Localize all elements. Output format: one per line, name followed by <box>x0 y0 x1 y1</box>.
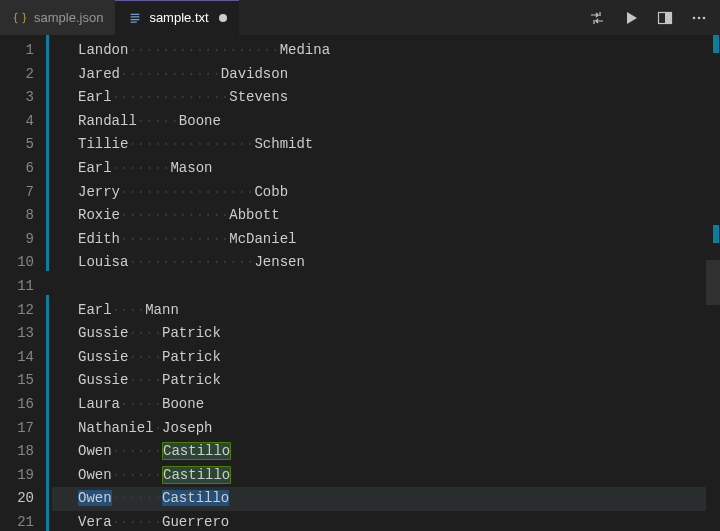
line-number: 7 <box>0 181 52 205</box>
line-number: 13 <box>0 322 52 346</box>
code-line[interactable]: Gussie····Patrick <box>78 322 720 346</box>
line-number: 8 <box>0 204 52 228</box>
run-icon[interactable] <box>622 9 640 27</box>
svg-point-2 <box>693 16 696 19</box>
code-line[interactable]: Landon··················Medina <box>78 39 720 63</box>
whitespace-dots: ············ <box>120 66 221 82</box>
code-line[interactable]: Earl··············Stevens <box>78 86 720 110</box>
whitespace-dots: ······ <box>112 490 162 506</box>
line-number: 18 <box>0 440 52 464</box>
editor-area[interactable]: 123456789101112131415161718192021 Landon… <box>0 35 720 531</box>
line-number: 11 <box>0 275 52 299</box>
svg-point-4 <box>703 16 706 19</box>
selection-highlight: Castillo <box>162 490 229 506</box>
line-number: 19 <box>0 464 52 488</box>
tab-sample-txt[interactable]: sample.txt <box>115 0 238 35</box>
tab-bar: sample.json sample.txt <box>0 0 720 35</box>
line-number: 12 <box>0 299 52 323</box>
line-number: 20 <box>0 487 52 511</box>
editor-content[interactable]: Landon··················MedinaJared·····… <box>52 35 720 531</box>
code-line[interactable]: Gussie····Patrick <box>78 346 720 370</box>
svg-rect-1 <box>665 12 672 23</box>
line-number: 6 <box>0 157 52 181</box>
text-icon <box>127 10 143 26</box>
whitespace-dots: ···· <box>128 349 162 365</box>
code-line[interactable]: Earl·······Mason <box>78 157 720 181</box>
whitespace-dots: ··············· <box>128 136 254 152</box>
code-line[interactable]: Owen······Castillo <box>52 487 720 511</box>
line-number: 14 <box>0 346 52 370</box>
whitespace-dots: ····· <box>120 396 162 412</box>
code-line[interactable]: Jared············Davidson <box>78 63 720 87</box>
tab-label: sample.txt <box>149 10 208 25</box>
match-highlight: Castillo <box>162 466 231 484</box>
line-number: 21 <box>0 511 52 531</box>
whitespace-dots: ···· <box>128 372 162 388</box>
overview-marker <box>713 35 719 53</box>
split-editor-icon[interactable] <box>656 9 674 27</box>
code-line[interactable]: Tillie···············Schmidt <box>78 133 720 157</box>
whitespace-dots: ············· <box>120 231 229 247</box>
selection-highlight: Owen <box>78 490 112 506</box>
overview-ruler[interactable] <box>706 35 720 531</box>
whitespace-dots: ······· <box>112 160 171 176</box>
whitespace-dots: ······ <box>112 514 162 530</box>
line-number: 3 <box>0 86 52 110</box>
code-line[interactable]: Randall·····Boone <box>78 110 720 134</box>
whitespace-dots: ··············· <box>128 254 254 270</box>
modified-indicator <box>219 14 227 22</box>
line-number: 17 <box>0 417 52 441</box>
code-line[interactable]: Roxie·············Abbott <box>78 204 720 228</box>
whitespace-dots: ···· <box>128 325 162 341</box>
whitespace-dots: · <box>154 420 162 436</box>
json-icon <box>12 10 28 26</box>
line-number: 2 <box>0 63 52 87</box>
code-line[interactable]: Edith·············McDaniel <box>78 228 720 252</box>
scrollbar-thumb[interactable] <box>706 260 720 305</box>
line-number: 1 <box>0 39 52 63</box>
code-line[interactable]: Owen······Castillo <box>78 440 720 464</box>
line-number-gutter: 123456789101112131415161718192021 <box>0 35 52 531</box>
tab-label: sample.json <box>34 10 103 25</box>
whitespace-dots: ················ <box>120 184 254 200</box>
whitespace-dots: ······ <box>112 467 162 483</box>
line-number: 16 <box>0 393 52 417</box>
line-number: 10 <box>0 251 52 275</box>
tab-sample-json[interactable]: sample.json <box>0 0 115 35</box>
code-line[interactable]: Laura·····Boone <box>78 393 720 417</box>
tabbar-actions <box>588 0 720 35</box>
svg-point-3 <box>698 16 701 19</box>
line-number: 4 <box>0 110 52 134</box>
whitespace-dots: ···· <box>112 302 146 318</box>
whitespace-dots: ····· <box>137 113 179 129</box>
code-line[interactable]: Nathaniel·Joseph <box>78 417 720 441</box>
code-line[interactable]: Earl····Mann <box>78 299 720 323</box>
match-highlight: Castillo <box>162 442 231 460</box>
line-number: 9 <box>0 228 52 252</box>
code-line[interactable]: Owen······Castillo <box>78 464 720 488</box>
compare-changes-icon[interactable] <box>588 9 606 27</box>
line-number: 15 <box>0 369 52 393</box>
code-line[interactable]: Louisa···············Jensen <box>78 251 720 275</box>
whitespace-dots: ············· <box>120 207 229 223</box>
code-line[interactable]: Vera······Guerrero <box>78 511 720 531</box>
code-line[interactable]: Jerry················Cobb <box>78 181 720 205</box>
whitespace-dots: ······ <box>112 443 162 459</box>
whitespace-dots: ·················· <box>128 42 279 58</box>
line-number: 5 <box>0 133 52 157</box>
more-actions-icon[interactable] <box>690 9 708 27</box>
code-line[interactable] <box>78 275 720 299</box>
whitespace-dots: ·············· <box>112 89 230 105</box>
code-line[interactable]: Gussie····Patrick <box>78 369 720 393</box>
overview-marker <box>713 225 719 243</box>
